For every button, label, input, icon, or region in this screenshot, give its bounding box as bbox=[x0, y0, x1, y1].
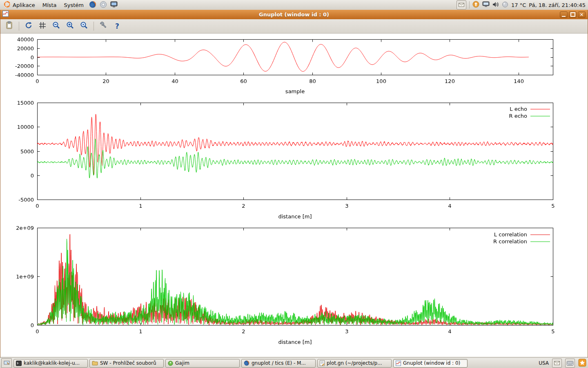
maximize-icon bbox=[570, 12, 575, 17]
toolbar: ? bbox=[0, 19, 588, 34]
keyboard-applet-icon[interactable] bbox=[565, 359, 575, 368]
volume-icon[interactable] bbox=[492, 2, 499, 9]
task-label: gnuplot / tics (E) - M... bbox=[252, 360, 306, 366]
temperature-label[interactable]: 17 °C bbox=[511, 2, 526, 8]
top-panel: Aplikace Místa Systém bbox=[0, 0, 588, 10]
menu-places-label: Místa bbox=[42, 2, 57, 8]
help-icon bbox=[100, 1, 107, 9]
task-firefox[interactable]: gnuplot / tics (E) - M... bbox=[241, 359, 316, 368]
zoom-previous-button[interactable] bbox=[51, 21, 62, 31]
menu-system[interactable]: Systém bbox=[60, 0, 87, 10]
menu-applications[interactable]: Aplikace bbox=[0, 0, 39, 10]
window-title: Gnuplot (window id : 0) bbox=[0, 11, 588, 18]
autoscale-button[interactable] bbox=[78, 21, 90, 31]
firefox-launcher[interactable] bbox=[88, 0, 97, 9]
help-button[interactable]: ? bbox=[111, 21, 123, 31]
plot-area bbox=[0, 34, 588, 357]
mail-notification-icon[interactable] bbox=[457, 0, 466, 9]
menu-system-label: Systém bbox=[64, 2, 83, 8]
grid-button[interactable] bbox=[37, 21, 48, 31]
task-terminal[interactable]: kaklik@kaklik-kolej-u... bbox=[13, 359, 88, 368]
configure-button[interactable] bbox=[98, 21, 109, 31]
task-label: Gnuplot (window id : 0) bbox=[403, 360, 460, 366]
task-label: SW - Prohlížeč souborů bbox=[100, 360, 156, 366]
plots-canvas[interactable] bbox=[0, 34, 588, 357]
autoscale-icon bbox=[80, 21, 88, 31]
help-launcher[interactable] bbox=[99, 0, 108, 9]
minimize-button[interactable] bbox=[560, 11, 568, 18]
copy-button[interactable] bbox=[4, 21, 15, 31]
bottom-panel: kaklik@kaklik-kolej-u... SW - Prohlížeč … bbox=[0, 357, 588, 368]
ubuntu-logo-icon bbox=[4, 1, 11, 9]
update-notifier-icon[interactable] bbox=[578, 359, 586, 368]
firefox-icon bbox=[244, 360, 249, 366]
zoom-next-icon bbox=[66, 21, 74, 31]
replot-icon bbox=[24, 21, 33, 31]
grid-icon bbox=[39, 22, 46, 31]
window-icon bbox=[2, 11, 9, 18]
show-desktop-icon bbox=[4, 361, 10, 366]
replot-button[interactable] bbox=[23, 21, 34, 31]
titlebar[interactable]: Gnuplot (window id : 0) ✕ bbox=[0, 10, 588, 20]
close-button[interactable]: ✕ bbox=[578, 11, 586, 18]
task-file-browser[interactable]: SW - Prohlížeč souborů bbox=[89, 359, 164, 368]
toolbar-separator bbox=[19, 22, 19, 31]
window-buttons: ✕ bbox=[560, 11, 586, 18]
menu-applications-label: Aplikace bbox=[13, 2, 35, 8]
folder-icon bbox=[92, 361, 98, 366]
gnuplot-window: Gnuplot (window id : 0) ✕ bbox=[0, 10, 588, 357]
zoom-next-button[interactable] bbox=[65, 21, 76, 31]
mail-applet-icon[interactable] bbox=[552, 359, 562, 368]
maximize-button[interactable] bbox=[569, 11, 577, 18]
task-text-editor[interactable]: plot.gn (~/projects/p... bbox=[317, 359, 392, 368]
toolbar-separator-2 bbox=[94, 22, 94, 31]
task-gnuplot[interactable]: Gnuplot (window id : 0) bbox=[393, 359, 468, 368]
terminal-icon bbox=[16, 361, 22, 366]
minimize-icon bbox=[562, 16, 566, 17]
help-question-icon: ? bbox=[115, 22, 119, 30]
keyboard-layout-label[interactable]: USA bbox=[539, 360, 549, 366]
copy-icon bbox=[6, 21, 13, 31]
firefox-icon bbox=[89, 1, 96, 9]
gajim-icon bbox=[168, 361, 173, 366]
text-editor-icon bbox=[320, 360, 325, 366]
weather-icon[interactable] bbox=[502, 1, 508, 9]
screenshot-launcher[interactable] bbox=[109, 0, 118, 9]
gnuplot-icon bbox=[396, 361, 401, 366]
show-desktop-button[interactable] bbox=[1, 358, 12, 368]
task-gajim[interactable]: Gajim bbox=[165, 359, 240, 368]
screenshot-icon bbox=[110, 1, 118, 9]
menu-places[interactable]: Místa bbox=[39, 0, 60, 10]
tray-separator bbox=[469, 1, 470, 9]
zoom-previous-icon bbox=[52, 21, 60, 31]
bottom-panel-tray: USA bbox=[539, 359, 588, 368]
task-label: Gajim bbox=[175, 360, 189, 366]
close-icon: ✕ bbox=[579, 12, 584, 17]
task-label: plot.gn (~/projects/p... bbox=[327, 360, 382, 366]
remote-display-icon[interactable] bbox=[482, 1, 490, 9]
wrench-icon bbox=[99, 21, 107, 31]
task-label: kaklik@kaklik-kolej-u... bbox=[24, 360, 80, 366]
top-panel-tray: 17 °C Pá, 18. září, 21:40:45 bbox=[457, 0, 588, 9]
update-manager-icon[interactable] bbox=[472, 1, 479, 9]
clock-label[interactable]: Pá, 18. září, 21:40:45 bbox=[529, 2, 586, 8]
